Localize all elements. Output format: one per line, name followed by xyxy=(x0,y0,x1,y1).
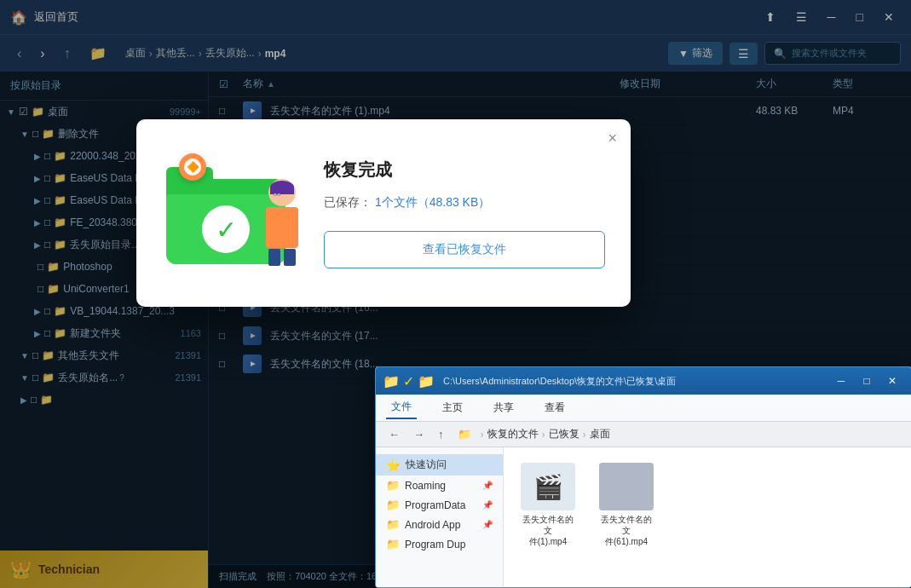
explorer-minimize-button[interactable]: ─ xyxy=(829,372,853,389)
ribbon-tab-home[interactable]: 主页 xyxy=(437,397,468,418)
list-item[interactable]: 丢失文件名的文件(61).mp4 xyxy=(592,458,660,552)
saved-value: 1个文件（48.83 KB） xyxy=(375,195,490,209)
explorer-sidebar-quickaccess[interactable]: ⭐ 快速访问 xyxy=(376,454,503,476)
ribbon-tab-share[interactable]: 共享 xyxy=(488,397,519,418)
dialog-close-button[interactable]: × xyxy=(608,130,617,147)
video-icon: 🎬 xyxy=(533,473,563,501)
explorer-check-icon: ✓ xyxy=(403,373,414,389)
explorer-window: 📁 ✓ 📁 C:\Users\Administrator\Desktop\恢复的… xyxy=(375,366,911,588)
file-thumbnail xyxy=(599,463,654,510)
ribbon-tab-file[interactable]: 文件 xyxy=(386,396,417,419)
folder-icon: 📁 xyxy=(386,479,400,492)
explorer-back-button[interactable]: ← xyxy=(384,426,404,442)
dialog-content: 🔶 ✓ 👓 xyxy=(136,119,631,307)
dialog-info: 恢复完成 已保存： 1个文件（48.83 KB） 查看已恢复文件 xyxy=(324,159,605,268)
explorer-close-button[interactable]: ✕ xyxy=(880,372,904,389)
folder-icon: 📁 xyxy=(386,518,400,531)
explorer-nav: ← → ↑ 📁 › 恢复的文件 › 已恢复 › 桌面 xyxy=(376,422,911,447)
explorer-bc-recovered[interactable]: 恢复的文件 xyxy=(487,427,539,441)
ribbon-tab-view[interactable]: 查看 xyxy=(539,397,570,418)
folder-icon: 📁 xyxy=(386,499,400,511)
explorer-title-icons: 📁 ✓ 📁 xyxy=(383,373,435,389)
blur-overlay xyxy=(599,463,654,510)
sidebar-androidapp-label: Android App xyxy=(405,519,460,531)
explorer-content: 🎬 丢失文件名的文件(1).mp4 丢失文件名的文件(61).mp4 xyxy=(504,447,911,588)
pin-icon: 📌 xyxy=(482,481,493,490)
explorer-bc-restored[interactable]: 已恢复 xyxy=(549,427,579,441)
dialog-title: 恢复完成 xyxy=(324,159,605,182)
folder-icon: 📁 xyxy=(386,538,400,551)
explorer-sidebar-roaming[interactable]: 📁 Roaming 📌 xyxy=(376,476,503,495)
folder-illustration: 🔶 ✓ 👓 xyxy=(162,153,298,273)
saved-label: 已保存： xyxy=(324,195,372,209)
file-label: 丢失文件名的文件(61).mp4 xyxy=(597,514,655,547)
explorer-titlebar: 📁 ✓ 📁 C:\Users\Administrator\Desktop\恢复的… xyxy=(376,367,911,395)
explorer-folder-icon: 📁 xyxy=(383,373,400,389)
file-label: 丢失文件名的文件(1).mp4 xyxy=(519,514,577,547)
recovery-dialog: × 🔶 ✓ xyxy=(136,119,631,307)
sidebar-programdata-label: ProgramData xyxy=(405,499,465,511)
explorer-path: C:\Users\Administrator\Desktop\恢复的文件\已恢复… xyxy=(443,375,824,388)
explorer-forward-button[interactable]: → xyxy=(409,426,429,442)
sidebar-roaming-label: Roaming xyxy=(405,480,446,492)
explorer-sidebar-androidapp[interactable]: 📁 Android App 📌 xyxy=(376,515,503,534)
explorer-body: ⭐ 快速访问 📁 Roaming 📌 📁 ProgramData 📌 📁 And… xyxy=(376,447,911,588)
sidebar-programdup-label: Program Dup xyxy=(405,539,465,551)
explorer-sidebar-programdata[interactable]: 📁 ProgramData 📌 xyxy=(376,495,503,515)
explorer-breadcrumb: › 恢复的文件 › 已恢复 › 桌面 xyxy=(481,427,903,441)
list-item[interactable]: 🎬 丢失文件名的文件(1).mp4 xyxy=(514,458,582,552)
explorer-sidebar-programdup[interactable]: 📁 Program Dup xyxy=(376,534,503,554)
sidebar-quickaccess-label: 快速访问 xyxy=(406,458,447,472)
pin-icon: 📌 xyxy=(482,520,493,529)
explorer-maximize-button[interactable]: □ xyxy=(855,372,879,389)
explorer-ribbon: 文件 主页 共享 查看 xyxy=(376,395,911,422)
pin-icon: 📌 xyxy=(482,500,493,510)
explorer-up-button[interactable]: ↑ xyxy=(434,426,448,442)
explorer-folder-nav-icon: 📁 xyxy=(453,426,476,442)
explorer-win-controls: ─ □ ✕ xyxy=(829,372,904,389)
star-icon: ⭐ xyxy=(386,458,401,472)
explorer-folder2-icon: 📁 xyxy=(418,373,435,389)
explorer-bc-desktop[interactable]: 桌面 xyxy=(590,427,610,441)
view-recovered-button[interactable]: 查看已恢复文件 xyxy=(324,231,605,268)
explorer-sidebar: ⭐ 快速访问 📁 Roaming 📌 📁 ProgramData 📌 📁 And… xyxy=(376,447,504,588)
dialog-illustration: 🔶 ✓ 👓 xyxy=(153,145,307,281)
file-thumbnail: 🎬 xyxy=(521,463,575,510)
dialog-saved: 已保存： 1个文件（48.83 KB） xyxy=(324,195,605,210)
